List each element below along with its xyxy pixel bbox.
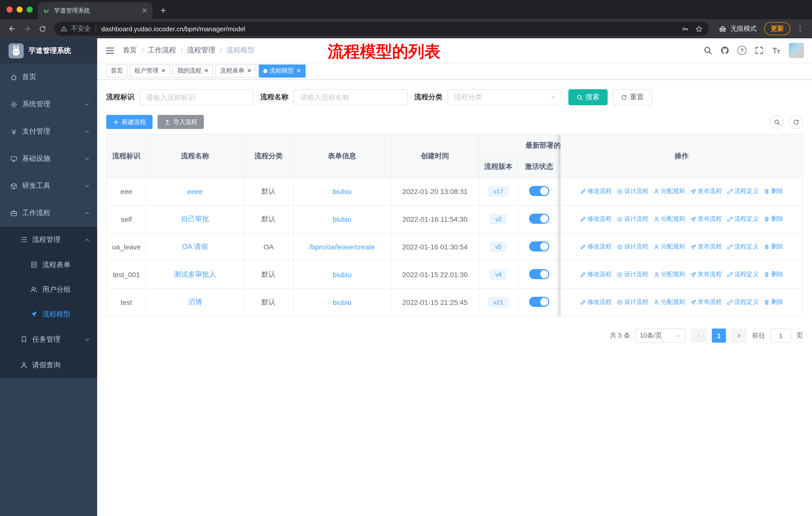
form-info-link[interactable]: biubiu — [333, 298, 352, 306]
maximize-window-button[interactable] — [27, 6, 33, 12]
publish-process-link[interactable]: 发布流程 — [690, 215, 722, 223]
sidebar-item-home[interactable]: 首页 — [0, 63, 97, 91]
active-toggle[interactable] — [529, 297, 549, 307]
publish-process-link[interactable]: 发布流程 — [690, 243, 722, 251]
process-id-input[interactable] — [140, 89, 254, 105]
publish-process-link[interactable]: 发布流程 — [690, 298, 722, 307]
breadcrumb-workflow[interactable]: 工作流程 — [148, 46, 176, 55]
user-avatar[interactable] — [789, 43, 804, 58]
active-toggle[interactable] — [529, 269, 549, 279]
toggle-search-button[interactable] — [770, 115, 784, 129]
tag-home[interactable]: 首页 — [106, 64, 127, 77]
back-button[interactable] — [5, 22, 19, 36]
design-process-link[interactable]: 设计流程 — [617, 243, 648, 251]
process-name-link[interactable]: 自己审批 — [181, 215, 209, 223]
modify-process-link[interactable]: 修改流程 — [580, 298, 612, 307]
url-bar[interactable]: 不安全 dashboard.yudao.iocoder.cn/bpm/manag… — [54, 22, 709, 36]
tag-close-icon[interactable]: ✕ — [296, 68, 301, 74]
assign-rule-link[interactable]: 分配规则 — [654, 187, 685, 196]
sidebar-item-user-group[interactable]: 用户分组 — [0, 277, 97, 302]
tag-process-model[interactable]: 流程模型 ✕ — [259, 64, 305, 77]
security-label[interactable]: 不安全 — [71, 24, 91, 33]
sidebar-item-task-management[interactable]: 任务管理 — [0, 327, 97, 352]
design-process-link[interactable]: 设计流程 — [617, 298, 648, 307]
process-definition-link[interactable]: 流程定义 — [727, 187, 759, 196]
fullscreen-icon[interactable] — [755, 46, 764, 55]
password-key-icon[interactable] — [682, 25, 689, 32]
page-number-1[interactable]: 1 — [712, 329, 726, 343]
process-name-input[interactable] — [293, 89, 408, 105]
url-text[interactable]: dashboard.yudao.iocoder.cn/bpm/manager/m… — [101, 25, 678, 32]
active-toggle[interactable] — [529, 213, 549, 223]
tag-close-icon[interactable]: ✕ — [161, 68, 166, 74]
sidebar-item-dev-tools[interactable]: 研发工具 — [0, 172, 97, 199]
assign-rule-link[interactable]: 分配规则 — [654, 243, 685, 251]
browser-update-button[interactable]: 更新 — [764, 22, 790, 35]
sidebar-item-leave-query[interactable]: 请假查询 — [0, 352, 97, 378]
sidebar-item-process-model[interactable]: 流程模型 — [0, 302, 97, 327]
browser-tab[interactable]: 芋道管理系统 ✕ — [38, 2, 152, 19]
create-process-button[interactable]: 新建流程 — [106, 115, 152, 129]
process-name-link[interactable]: OA 请假 — [182, 242, 208, 250]
design-process-link[interactable]: 设计流程 — [617, 270, 648, 279]
version-badge[interactable]: v5 — [490, 242, 506, 252]
tag-close-icon[interactable]: ✕ — [204, 68, 208, 74]
search-icon[interactable] — [703, 46, 712, 55]
reset-button[interactable]: 重置 — [613, 89, 652, 105]
modify-process-link[interactable]: 修改流程 — [580, 187, 612, 196]
prev-page-button[interactable] — [691, 329, 707, 343]
delete-link[interactable]: 删除 — [764, 270, 783, 279]
import-process-button[interactable]: 导入流程 — [157, 115, 204, 129]
delete-link[interactable]: 删除 — [764, 187, 783, 196]
delete-link[interactable]: 删除 — [764, 243, 783, 251]
font-size-icon[interactable] — [772, 46, 781, 55]
delete-link[interactable]: 删除 — [764, 298, 783, 307]
design-process-link[interactable]: 设计流程 — [617, 215, 648, 223]
process-definition-link[interactable]: 流程定义 — [727, 243, 759, 251]
search-button[interactable]: 搜索 — [568, 89, 608, 105]
refresh-table-button[interactable] — [789, 115, 803, 129]
tag-tenant-management[interactable]: 租户管理 ✕ — [130, 64, 170, 77]
version-badge[interactable]: v4 — [490, 270, 506, 280]
tab-close-icon[interactable]: ✕ — [142, 7, 147, 14]
breadcrumb-process-management[interactable]: 流程管理 — [187, 46, 215, 55]
sidebar-item-system-management[interactable]: 系统管理 — [0, 91, 97, 118]
assign-rule-link[interactable]: 分配规则 — [654, 298, 685, 307]
next-page-button[interactable] — [731, 329, 747, 343]
reload-button[interactable] — [35, 22, 49, 36]
sidebar-item-workflow[interactable]: 工作流程 — [0, 199, 97, 227]
new-tab-button[interactable]: + — [155, 3, 171, 18]
version-badge[interactable]: v17 — [489, 186, 509, 196]
github-icon[interactable] — [720, 46, 729, 55]
assign-rule-link[interactable]: 分配规则 — [654, 270, 685, 279]
sidebar-item-process-management[interactable]: 流程管理 — [0, 227, 97, 252]
browser-menu-button[interactable]: ⋮ — [793, 24, 807, 33]
publish-process-link[interactable]: 发布流程 — [690, 187, 722, 196]
process-definition-link[interactable]: 流程定义 — [727, 298, 759, 307]
bookmark-star-icon[interactable] — [695, 25, 703, 32]
process-definition-link[interactable]: 流程定义 — [727, 215, 759, 223]
close-window-button[interactable] — [6, 6, 12, 12]
tag-process-form[interactable]: 流程表单 ✕ — [216, 64, 256, 77]
app-logo[interactable]: 芋道管理系统 — [0, 38, 97, 63]
tag-close-icon[interactable]: ✕ — [247, 68, 252, 74]
active-toggle[interactable] — [529, 241, 549, 251]
process-name-link[interactable]: eeee — [187, 187, 203, 195]
help-icon[interactable]: ? — [737, 46, 747, 55]
active-toggle[interactable] — [529, 186, 549, 196]
process-category-select[interactable]: 流程分类 — [447, 89, 562, 105]
delete-link[interactable]: 删除 — [764, 215, 783, 223]
page-size-select[interactable]: 10条/页 — [635, 329, 686, 343]
tag-my-process[interactable]: 我的流程 ✕ — [173, 64, 213, 77]
assign-rule-link[interactable]: 分配规则 — [654, 215, 685, 223]
modify-process-link[interactable]: 修改流程 — [580, 243, 612, 251]
process-definition-link[interactable]: 流程定义 — [727, 270, 759, 279]
goto-page-input[interactable] — [770, 329, 791, 343]
publish-process-link[interactable]: 发布流程 — [690, 270, 722, 279]
form-info-link[interactable]: biubiu — [333, 215, 352, 223]
breadcrumb-home[interactable]: 首页 — [123, 46, 137, 55]
version-badge[interactable]: v21 — [489, 297, 509, 307]
process-name-link[interactable]: 滔博 — [188, 298, 202, 306]
sidebar-item-process-form[interactable]: 流程表单 — [0, 252, 97, 277]
forward-button[interactable] — [20, 22, 34, 36]
